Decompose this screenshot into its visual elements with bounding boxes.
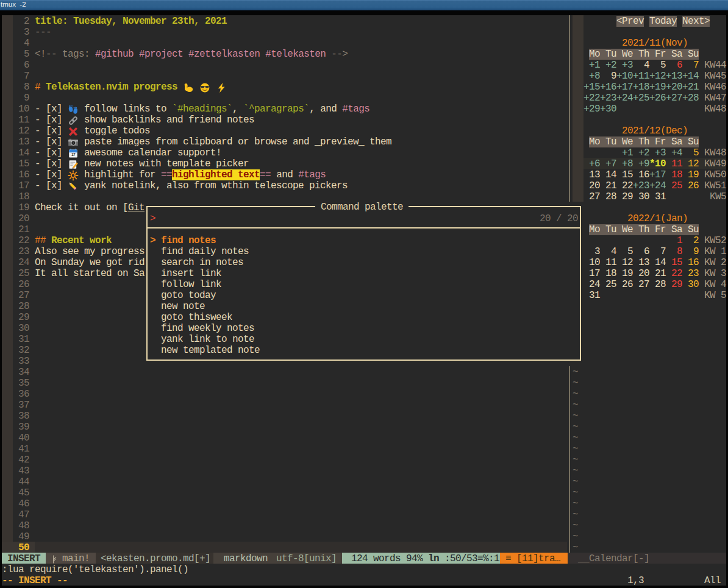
svg-text:17: 17 [71,152,76,157]
